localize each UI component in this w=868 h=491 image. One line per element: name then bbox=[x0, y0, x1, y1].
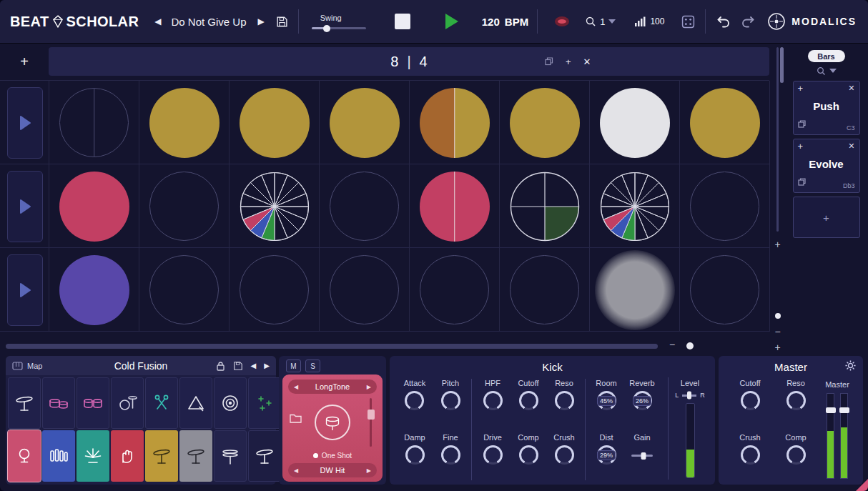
zoom-slider-handle[interactable] bbox=[686, 342, 694, 349]
output-meter[interactable]: 100 bbox=[634, 16, 664, 27]
crash2-cymbal-pad[interactable] bbox=[179, 430, 212, 482]
ride-cymbal-pad[interactable] bbox=[145, 430, 178, 482]
pattern-card-push[interactable]: +✕PushC3 bbox=[793, 81, 860, 135]
resize-handle[interactable] bbox=[856, 479, 868, 491]
add-icon[interactable]: + bbox=[798, 141, 804, 152]
splash-cymbal-pad[interactable] bbox=[248, 430, 281, 482]
sample-volume-thumb[interactable] bbox=[368, 410, 375, 420]
step-cell[interactable] bbox=[590, 164, 680, 248]
duplicate-icon[interactable] bbox=[798, 118, 806, 131]
sample-drum-icon[interactable] bbox=[315, 405, 350, 440]
pan-slider[interactable] bbox=[682, 395, 696, 397]
step-cell[interactable] bbox=[49, 164, 139, 248]
undo-button[interactable] bbox=[714, 14, 733, 30]
bpm-display[interactable]: 120 BPM bbox=[482, 16, 528, 28]
step-cell[interactable] bbox=[680, 81, 770, 164]
lane-play-button[interactable] bbox=[7, 171, 43, 242]
mute-button[interactable]: M bbox=[286, 359, 301, 372]
step-cell[interactable] bbox=[500, 248, 590, 332]
map-label[interactable]: Map bbox=[27, 362, 42, 370]
stop-button[interactable] bbox=[395, 14, 410, 29]
fader-thumb[interactable] bbox=[839, 407, 849, 413]
step-cell[interactable] bbox=[139, 164, 230, 248]
horizontal-scrollbar[interactable] bbox=[6, 344, 658, 349]
vertical-scrollbar-thumb[interactable] bbox=[780, 47, 784, 83]
remove-bar-button[interactable]: ✕ bbox=[583, 56, 591, 67]
save-kit-icon[interactable] bbox=[233, 361, 243, 371]
prev-kit-button[interactable]: ◀ bbox=[251, 362, 257, 370]
vertical-zoom-in[interactable]: + bbox=[772, 342, 783, 353]
knob-dist[interactable]: 29% bbox=[597, 445, 616, 465]
time-signature-bar[interactable]: 8 | 4 + ✕ bbox=[49, 47, 769, 76]
knob-comp[interactable] bbox=[786, 445, 806, 465]
vertical-scrollbar-track[interactable] bbox=[776, 47, 779, 232]
zoom-selector[interactable]: 1 bbox=[585, 16, 616, 27]
folder-icon[interactable] bbox=[290, 413, 302, 426]
xylophone-pad[interactable] bbox=[42, 430, 75, 482]
next-articulation[interactable]: ▶ bbox=[367, 384, 371, 390]
add-bar-button[interactable]: + bbox=[566, 56, 571, 67]
save-icon[interactable] bbox=[275, 14, 290, 29]
swing-slider-thumb[interactable] bbox=[323, 25, 330, 32]
sample-volume-slider[interactable] bbox=[370, 398, 372, 447]
lock-icon[interactable] bbox=[216, 361, 225, 371]
knob-pitch[interactable] bbox=[441, 391, 460, 410]
pattern-card-evolve[interactable]: +✕EvolveDb3 bbox=[793, 139, 860, 193]
step-cell[interactable] bbox=[680, 164, 770, 248]
step-cell[interactable] bbox=[139, 81, 230, 164]
step-cell[interactable] bbox=[320, 81, 410, 164]
knob-attack[interactable] bbox=[405, 391, 424, 410]
step-cell[interactable] bbox=[410, 81, 500, 164]
duplicate-icon[interactable] bbox=[798, 176, 806, 189]
close-icon[interactable]: ✕ bbox=[848, 142, 854, 151]
play-button[interactable] bbox=[442, 11, 462, 32]
master-fader-left[interactable] bbox=[827, 393, 834, 479]
step-cell[interactable] bbox=[230, 248, 320, 332]
knob-crush[interactable] bbox=[555, 445, 574, 465]
drum-kit-pad[interactable] bbox=[42, 377, 75, 429]
solo-button[interactable]: S bbox=[305, 359, 320, 372]
knob-damp[interactable] bbox=[405, 445, 425, 465]
keys-icon[interactable] bbox=[12, 362, 23, 370]
knob-reso[interactable] bbox=[786, 391, 806, 410]
step-cell[interactable] bbox=[139, 248, 230, 332]
prev-preset-button[interactable]: ◀ bbox=[154, 16, 161, 26]
step-cell[interactable] bbox=[320, 164, 410, 248]
triangle-pad[interactable] bbox=[179, 377, 212, 429]
preset-name[interactable]: Do Not Give Up bbox=[171, 16, 246, 28]
gear-icon[interactable] bbox=[845, 360, 856, 374]
next-kit-button[interactable]: ▶ bbox=[264, 362, 270, 370]
kick-pad[interactable] bbox=[8, 430, 41, 482]
duplicate-bar-icon[interactable] bbox=[545, 57, 553, 66]
sample-selector[interactable]: ◀ DW Hit ▶ bbox=[288, 463, 377, 477]
add-pattern-card[interactable]: + bbox=[793, 197, 860, 238]
next-sample[interactable]: ▶ bbox=[367, 467, 371, 474]
swing-slider[interactable] bbox=[312, 27, 366, 29]
next-preset-button[interactable]: ▶ bbox=[258, 16, 265, 26]
mallets-pad[interactable] bbox=[145, 377, 178, 429]
modalics-brand[interactable]: MODALICS bbox=[767, 12, 857, 31]
level-fader[interactable] bbox=[686, 403, 695, 478]
knob-crush[interactable] bbox=[741, 445, 760, 465]
add-icon[interactable]: + bbox=[798, 83, 804, 94]
step-cell[interactable] bbox=[49, 81, 139, 164]
record-button[interactable] bbox=[555, 16, 569, 26]
mini-slider-gain[interactable] bbox=[631, 455, 653, 457]
add-lane-button[interactable]: + bbox=[7, 49, 41, 74]
step-cell[interactable] bbox=[680, 248, 770, 332]
step-cell[interactable] bbox=[410, 248, 500, 332]
one-shot-toggle[interactable]: One Shot bbox=[313, 452, 352, 460]
step-cell[interactable] bbox=[410, 164, 500, 248]
zoom-out-button[interactable]: − bbox=[669, 339, 675, 350]
gong-pad[interactable] bbox=[214, 377, 247, 429]
bars-toggle[interactable]: Bars bbox=[808, 50, 845, 62]
master-fader-right[interactable] bbox=[840, 393, 848, 479]
crash-cymbal-pad[interactable] bbox=[8, 377, 41, 429]
step-cell[interactable] bbox=[590, 248, 680, 332]
timesig-division[interactable]: 4 bbox=[420, 54, 428, 70]
step-cell[interactable] bbox=[230, 164, 320, 248]
knob-drive[interactable] bbox=[483, 445, 503, 465]
step-cell[interactable] bbox=[320, 248, 410, 332]
step-cell[interactable] bbox=[49, 248, 139, 332]
knob-comp[interactable] bbox=[519, 445, 538, 465]
